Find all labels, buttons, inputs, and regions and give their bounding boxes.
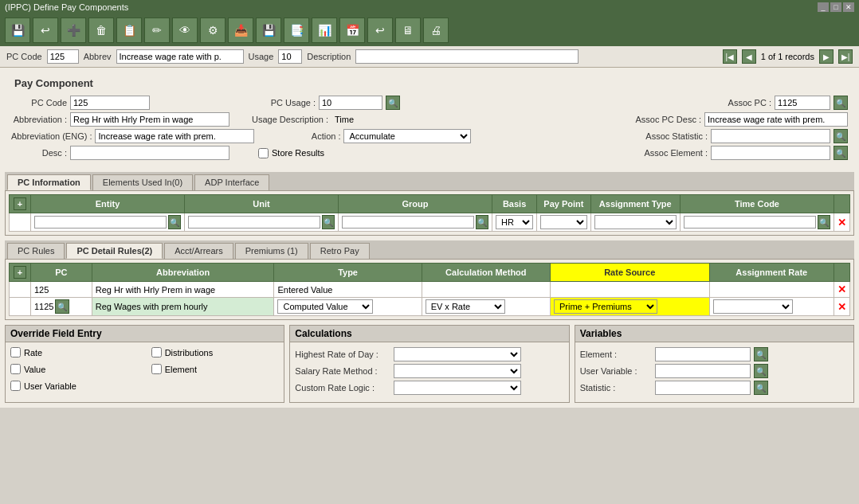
calculation-method-col-header: Calculation Method xyxy=(422,264,550,282)
import-button[interactable]: 📥 xyxy=(228,18,253,43)
abbreviation-input[interactable] xyxy=(70,112,229,127)
description-nav-input[interactable] xyxy=(355,49,579,64)
pc-usage-input[interactable] xyxy=(319,96,382,110)
form-row-3: Abbreviation (ENG) : Action : Accumulate… xyxy=(11,129,848,143)
detail-row1-rate-source xyxy=(551,282,710,298)
highest-rate-select[interactable] xyxy=(394,347,521,361)
abbrev-nav-input[interactable] xyxy=(116,49,244,64)
minimize-button[interactable]: _ xyxy=(818,2,829,12)
pc-code-input[interactable] xyxy=(70,96,150,110)
usage-nav-label: Usage xyxy=(249,52,274,61)
tab-elements-used-in[interactable]: Elements Used In(0) xyxy=(92,174,193,190)
salary-rate-select[interactable] xyxy=(394,364,521,378)
store-results-checkbox[interactable] xyxy=(258,148,269,158)
tab-pc-detail-rules[interactable]: PC Detail Rules(2) xyxy=(66,243,163,259)
add-detail-button[interactable]: + xyxy=(14,266,26,279)
calendar-button[interactable]: 📅 xyxy=(339,18,365,43)
refresh-button[interactable]: ↩ xyxy=(33,18,58,43)
distributions-checkbox[interactable] xyxy=(151,347,162,357)
next-record-button[interactable]: ▶ xyxy=(819,49,834,64)
element-checkbox[interactable] xyxy=(151,364,162,374)
tab-premiums[interactable]: Premiums (1) xyxy=(235,243,308,259)
element-var-input[interactable] xyxy=(655,347,751,361)
assoc-element-label: Assoc Element : xyxy=(644,148,708,158)
usage-desc-label: Usage Description : xyxy=(252,115,328,124)
tab-pc-information[interactable]: PC Information xyxy=(7,174,91,190)
close-button[interactable]: ✕ xyxy=(843,2,854,12)
tab-acct-arrears[interactable]: Acct/Arrears xyxy=(164,243,233,259)
highest-rate-row: Highest Rate of Day : xyxy=(295,347,563,361)
unit-search-button[interactable]: 🔍 xyxy=(322,215,335,229)
last-record-button[interactable]: ▶| xyxy=(838,49,853,64)
assoc-pc-desc-input[interactable] xyxy=(704,112,848,127)
tab-retro-pay[interactable]: Retro Pay xyxy=(310,243,370,259)
pay-point-select[interactable] xyxy=(540,215,586,229)
assignment-type-select[interactable] xyxy=(594,215,677,229)
save-button[interactable]: 💾 xyxy=(5,18,30,43)
basis-cell: HR xyxy=(492,213,536,232)
view-button[interactable]: 👁 xyxy=(172,18,198,43)
assoc-pc-search-button[interactable]: 🔍 xyxy=(834,96,848,110)
print-button[interactable]: 🖨 xyxy=(423,18,449,43)
prev-record-button[interactable]: ◀ xyxy=(742,49,756,64)
delete-detail-row2-button[interactable]: ✕ xyxy=(837,301,846,313)
group-input[interactable] xyxy=(342,216,474,229)
entity-input[interactable] xyxy=(34,216,167,229)
copy-button[interactable]: 📋 xyxy=(116,18,142,43)
pc-code-nav-input[interactable] xyxy=(47,49,79,64)
assoc-statistic-input[interactable] xyxy=(711,129,830,143)
delete-detail-row1-button[interactable]: ✕ xyxy=(837,283,846,295)
settings-button[interactable]: ⚙ xyxy=(200,18,226,43)
element-var-search-button[interactable]: 🔍 xyxy=(754,347,768,361)
detail-row2-calc-select[interactable]: EV x Rate xyxy=(426,299,505,314)
statistic-var-input[interactable] xyxy=(655,381,751,395)
custom-rate-select[interactable] xyxy=(394,381,521,395)
save2-button[interactable]: 💾 xyxy=(256,18,281,43)
assoc-element-search-button[interactable]: 🔍 xyxy=(834,146,848,160)
first-record-button[interactable]: |◀ xyxy=(723,49,737,64)
add-button[interactable]: ➕ xyxy=(61,18,86,43)
delete-row-button[interactable]: ✕ xyxy=(837,217,846,229)
assoc-element-input[interactable] xyxy=(711,146,830,160)
user-variable-var-search-button[interactable]: 🔍 xyxy=(754,364,768,378)
tab-adp-interface[interactable]: ADP Interface xyxy=(194,174,269,190)
detail-row2-pc-search[interactable]: 🔍 xyxy=(55,299,69,314)
statistic-var-search-button[interactable]: 🔍 xyxy=(754,381,768,395)
action-select[interactable]: Accumulate xyxy=(343,129,471,143)
entity-search-button[interactable]: 🔍 xyxy=(168,215,181,229)
usage-nav-input[interactable] xyxy=(278,49,302,64)
assoc-statistic-search-button[interactable]: 🔍 xyxy=(834,129,848,143)
time-code-search-button[interactable]: 🔍 xyxy=(818,215,830,229)
detail-tabs: PC Rules PC Detail Rules(2) Acct/Arrears… xyxy=(5,240,854,320)
element-var-row: Element : 🔍 xyxy=(580,347,849,361)
desc-input[interactable] xyxy=(70,146,229,160)
toolbar: 💾 ↩ ➕ 🗑 📋 ✏ 👁 ⚙ 📥 💾 📑 📊 📅 ↩ 🖥 🖨 xyxy=(0,14,859,46)
screen-button[interactable]: 🖥 xyxy=(395,18,421,43)
assoc-pc-input[interactable] xyxy=(775,96,830,110)
bottom-sections: Override Field Entry Rate Distributions … xyxy=(5,325,854,403)
pc-usage-search-button[interactable]: 🔍 xyxy=(386,96,400,110)
unit-input[interactable] xyxy=(188,216,320,229)
group-search-button[interactable]: 🔍 xyxy=(476,215,488,229)
detail-row2-rate-source-select[interactable]: Prime + Premiums xyxy=(554,299,657,314)
maximize-button[interactable]: □ xyxy=(830,2,841,12)
group-cell: 🔍 xyxy=(338,213,492,232)
form-row-1: PC Code PC Usage : 🔍 Assoc PC : 🔍 xyxy=(11,96,848,110)
time-code-input[interactable] xyxy=(684,216,816,229)
user-variable-checkbox[interactable] xyxy=(10,381,21,391)
chart-button[interactable]: 📊 xyxy=(312,18,337,43)
user-variable-var-input[interactable] xyxy=(655,364,751,378)
abbreviation-eng-input[interactable] xyxy=(95,129,254,143)
value-checkbox[interactable] xyxy=(10,364,21,374)
detail-row2-assign-rate-select[interactable] xyxy=(713,299,793,314)
edit-button[interactable]: ✏ xyxy=(144,18,170,43)
rate-checkbox[interactable] xyxy=(10,347,21,357)
add-entity-button[interactable]: + xyxy=(14,197,26,210)
basis-select[interactable]: HR xyxy=(496,215,533,229)
report-button[interactable]: 📑 xyxy=(284,18,309,43)
tab-pc-rules[interactable]: PC Rules xyxy=(7,243,65,259)
back-button[interactable]: ↩ xyxy=(367,18,393,43)
detail-row2-type-select[interactable]: Computed Value xyxy=(277,299,373,314)
salary-rate-row: Salary Rate Method : xyxy=(295,364,563,378)
delete-button[interactable]: 🗑 xyxy=(88,18,114,43)
